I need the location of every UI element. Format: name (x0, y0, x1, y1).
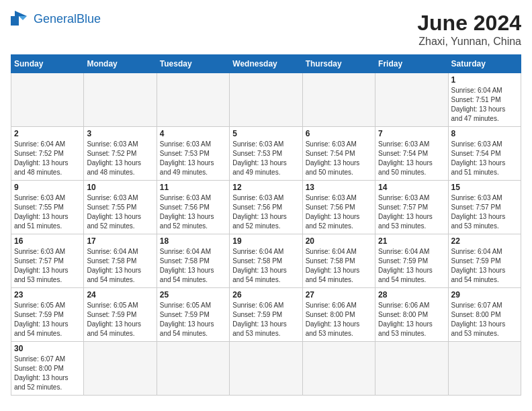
calendar-row-1: 1 Sunrise: 6:04 AMSunset: 7:51 PMDayligh… (11, 73, 521, 127)
svg-marker-1 (15, 11, 27, 16)
day-12: 12 Sunrise: 6:03 AMSunset: 7:56 PMDaylig… (230, 181, 302, 234)
day-11: 11 Sunrise: 6:03 AMSunset: 7:56 PMDaylig… (157, 181, 229, 234)
day-14: 14 Sunrise: 6:03 AMSunset: 7:57 PMDaylig… (375, 181, 448, 234)
day-13: 13 Sunrise: 6:03 AMSunset: 7:56 PMDaylig… (302, 181, 375, 234)
calendar-subtitle: Zhaxi, Yunnan, China (417, 36, 521, 48)
empty-cell (157, 342, 229, 396)
empty-cell (84, 73, 157, 127)
svg-marker-2 (19, 16, 27, 20)
page-header: GeneralBlue June 2024 Zhaxi, Yunnan, Chi… (11, 11, 521, 48)
day-16: 16 Sunrise: 6:03 AMSunset: 7:57 PMDaylig… (11, 234, 84, 288)
day-22: 22 Sunrise: 6:04 AMSunset: 7:59 PMDaylig… (448, 234, 521, 288)
day-9: 9 Sunrise: 6:03 AMSunset: 7:55 PMDayligh… (11, 181, 84, 234)
day-1: 1 Sunrise: 6:04 AMSunset: 7:51 PMDayligh… (448, 73, 521, 127)
header-thursday: Thursday (302, 55, 375, 73)
day-24: 24 Sunrise: 6:05 AMSunset: 7:59 PMDaylig… (84, 288, 157, 342)
logo-general: General (34, 12, 77, 26)
empty-cell (11, 73, 84, 127)
calendar-header: Sunday Monday Tuesday Wednesday Thursday… (11, 55, 521, 73)
empty-cell (302, 73, 375, 127)
day-25: 25 Sunrise: 6:05 AMSunset: 7:59 PMDaylig… (157, 288, 229, 342)
day-23: 23 Sunrise: 6:05 AMSunset: 7:59 PMDaylig… (11, 288, 84, 342)
day-5: 5 Sunrise: 6:03 AMSunset: 7:53 PMDayligh… (230, 127, 302, 181)
header-tuesday: Tuesday (157, 55, 229, 73)
calendar-row-2: 2 Sunrise: 6:04 AMSunset: 7:52 PMDayligh… (11, 127, 521, 181)
header-monday: Monday (84, 55, 157, 73)
day-4: 4 Sunrise: 6:03 AMSunset: 7:53 PMDayligh… (157, 127, 229, 181)
calendar-row-4: 16 Sunrise: 6:03 AMSunset: 7:57 PMDaylig… (11, 234, 521, 288)
day-27: 27 Sunrise: 6:06 AMSunset: 8:00 PMDaylig… (302, 288, 375, 342)
calendar-table: Sunday Monday Tuesday Wednesday Thursday… (11, 54, 521, 396)
header-wednesday: Wednesday (230, 55, 302, 73)
empty-cell (302, 342, 375, 396)
header-saturday: Saturday (448, 55, 521, 73)
logo-icon (11, 11, 31, 27)
empty-cell (230, 73, 302, 127)
day-29: 29 Sunrise: 6:07 AMSunset: 8:00 PMDaylig… (448, 288, 521, 342)
calendar-row-3: 9 Sunrise: 6:03 AMSunset: 7:55 PMDayligh… (11, 181, 521, 234)
day-17: 17 Sunrise: 6:04 AMSunset: 7:58 PMDaylig… (84, 234, 157, 288)
header-friday: Friday (375, 55, 448, 73)
day-30: 30 Sunrise: 6:07 AMSunset: 8:00 PMDaylig… (11, 342, 84, 396)
day-19: 19 Sunrise: 6:04 AMSunset: 7:58 PMDaylig… (230, 234, 302, 288)
day-15: 15 Sunrise: 6:03 AMSunset: 7:57 PMDaylig… (448, 181, 521, 234)
day-6: 6 Sunrise: 6:03 AMSunset: 7:54 PMDayligh… (302, 127, 375, 181)
day-21: 21 Sunrise: 6:04 AMSunset: 7:59 PMDaylig… (375, 234, 448, 288)
calendar-row-5: 23 Sunrise: 6:05 AMSunset: 7:59 PMDaylig… (11, 288, 521, 342)
logo-text: GeneralBlue (34, 13, 101, 25)
logo: GeneralBlue (11, 11, 101, 27)
day-20: 20 Sunrise: 6:04 AMSunset: 7:58 PMDaylig… (302, 234, 375, 288)
day-28: 28 Sunrise: 6:06 AMSunset: 8:00 PMDaylig… (375, 288, 448, 342)
calendar-body: 1 Sunrise: 6:04 AMSunset: 7:51 PMDayligh… (11, 73, 521, 396)
day-10: 10 Sunrise: 6:03 AMSunset: 7:55 PMDaylig… (84, 181, 157, 234)
day-7: 7 Sunrise: 6:03 AMSunset: 7:54 PMDayligh… (375, 127, 448, 181)
day-26: 26 Sunrise: 6:06 AMSunset: 7:59 PMDaylig… (230, 288, 302, 342)
empty-cell (375, 342, 448, 396)
empty-cell (230, 342, 302, 396)
svg-rect-0 (11, 16, 19, 26)
empty-cell (157, 73, 229, 127)
day-8: 8 Sunrise: 6:03 AMSunset: 7:54 PMDayligh… (448, 127, 521, 181)
header-sunday: Sunday (11, 55, 84, 73)
empty-cell (84, 342, 157, 396)
calendar-row-6: 30 Sunrise: 6:07 AMSunset: 8:00 PMDaylig… (11, 342, 521, 396)
day-3: 3 Sunrise: 6:03 AMSunset: 7:52 PMDayligh… (84, 127, 157, 181)
day-2: 2 Sunrise: 6:04 AMSunset: 7:52 PMDayligh… (11, 127, 84, 181)
logo-blue: Blue (77, 12, 101, 26)
day-18: 18 Sunrise: 6:04 AMSunset: 7:58 PMDaylig… (157, 234, 229, 288)
empty-cell (448, 342, 521, 396)
title-block: June 2024 Zhaxi, Yunnan, China (417, 11, 521, 48)
calendar-title: June 2024 (417, 11, 521, 36)
weekday-header-row: Sunday Monday Tuesday Wednesday Thursday… (11, 55, 521, 73)
empty-cell (375, 73, 448, 127)
